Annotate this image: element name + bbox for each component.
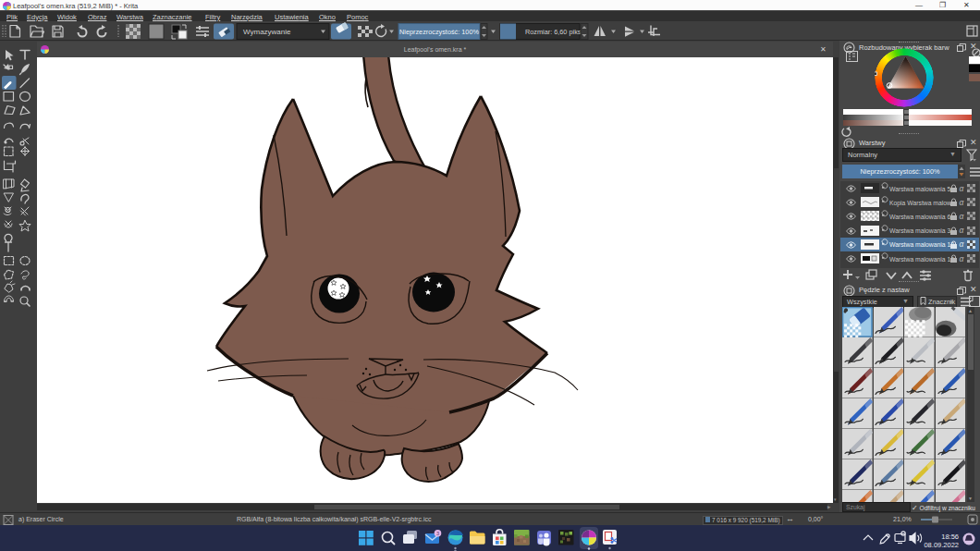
svg-text:Nieprzezroczystość: 100%: Nieprzezroczystość: 100%	[399, 28, 479, 36]
svg-text:18:56: 18:56	[941, 533, 959, 541]
svg-text:3: 3	[436, 531, 439, 536]
svg-text:Wymazywanie: Wymazywanie	[243, 28, 291, 36]
svg-text:08.09.2022: 08.09.2022	[924, 541, 959, 549]
svg-text:Rozmiar: 6,60 piks.: Rozmiar: 6,60 piks.	[525, 28, 582, 36]
